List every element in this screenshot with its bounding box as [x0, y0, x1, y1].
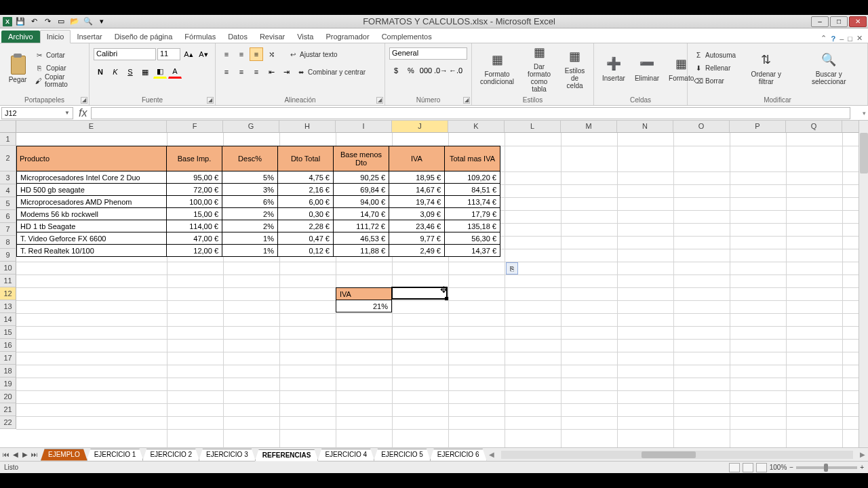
table-cell[interactable]: 111,72 €: [334, 220, 389, 232]
format-as-table-button[interactable]: ▦Dar formato como tabla: [519, 40, 559, 96]
first-sheet-icon[interactable]: ⏮: [1, 451, 11, 458]
row-header-1[interactable]: 1: [0, 133, 16, 146]
align-left-icon[interactable]: ≡: [220, 65, 233, 79]
table-cell[interactable]: 46,53 €: [334, 232, 389, 245]
table-cell[interactable]: 2,16 €: [278, 184, 334, 196]
table-cell[interactable]: 14,70 €: [334, 208, 389, 220]
sheet-tab[interactable]: EJERCICIO 6: [430, 449, 487, 461]
table-header[interactable]: Base menos Dto: [334, 146, 389, 171]
minimize-button[interactable]: –: [811, 16, 829, 27]
row-header-15[interactable]: 15: [0, 326, 16, 339]
table-row[interactable]: Microprocesadores AMD Phenom100,00 €6%6,…: [17, 196, 500, 208]
new-icon[interactable]: ▭: [56, 16, 66, 27]
shrink-font-icon[interactable]: A▾: [197, 47, 210, 61]
formula-input[interactable]: [91, 107, 850, 119]
table-cell[interactable]: 0,47 €: [278, 232, 334, 245]
row-header-19[interactable]: 19: [0, 378, 16, 390]
horizontal-scrollbar[interactable]: [501, 451, 854, 459]
col-header-P[interactable]: P: [730, 121, 786, 132]
products-table[interactable]: ProductoBase Imp.Desc%Dto TotalBase meno…: [16, 146, 500, 257]
align-top-icon[interactable]: ≡: [220, 47, 233, 61]
tab-complementos[interactable]: Complementos: [376, 30, 438, 43]
workbook-minimize-icon[interactable]: –: [840, 35, 844, 43]
table-cell[interactable]: 14,37 €: [445, 245, 500, 257]
table-cell[interactable]: 94,00 €: [334, 196, 389, 208]
sheet-tab[interactable]: EJERCICIO 2: [142, 449, 199, 461]
col-header-L[interactable]: L: [505, 121, 561, 132]
wrap-text-button[interactable]: ↩Ajustar texto: [286, 48, 340, 60]
page-layout-view-icon[interactable]: [743, 463, 753, 472]
tab-datos[interactable]: Datos: [222, 30, 254, 43]
table-header[interactable]: IVA: [389, 146, 445, 171]
paste-options-icon[interactable]: ⎘: [506, 262, 518, 274]
row-header-11[interactable]: 11: [0, 274, 16, 287]
table-cell[interactable]: 3,09 €: [389, 208, 445, 220]
row-header-6[interactable]: 6: [0, 210, 16, 223]
table-cell[interactable]: 100,00 €: [167, 196, 222, 208]
sheet-tab[interactable]: EJERCICIO 1: [87, 449, 144, 461]
italic-button[interactable]: K: [108, 65, 122, 79]
table-cell[interactable]: 2%: [222, 208, 278, 220]
next-sheet-icon[interactable]: ▶: [20, 451, 30, 458]
table-cell[interactable]: 1%: [222, 245, 278, 257]
spreadsheet-grid[interactable]: EFGHIJKLMNOPQ 12345678910111213141516171…: [0, 121, 868, 447]
table-header[interactable]: Desc%: [222, 146, 278, 171]
row-header-18[interactable]: 18: [0, 365, 16, 378]
insert-cells-button[interactable]: ➕Insertar: [598, 52, 629, 85]
table-cell[interactable]: 11,88 €: [334, 245, 389, 257]
fill-button[interactable]: ⬇Rellenar: [692, 62, 738, 74]
font-dialog-icon[interactable]: ◢: [207, 97, 214, 104]
sheet-tab[interactable]: EJERCICIO 3: [199, 449, 256, 461]
align-right-icon[interactable]: ≡: [250, 65, 263, 79]
cut-button[interactable]: ✂Cortar: [33, 49, 85, 61]
table-row[interactable]: HD 1 tb Seagate114,00 €2%2,28 €111,72 €2…: [17, 220, 500, 232]
sheet-tab[interactable]: REFERENCIAS: [255, 449, 319, 462]
expand-formula-bar-icon[interactable]: ▾: [860, 110, 868, 117]
table-cell[interactable]: 95,00 €: [167, 171, 222, 184]
table-header[interactable]: Producto: [17, 146, 167, 171]
scrollbar-thumb[interactable]: [860, 133, 868, 174]
col-header-I[interactable]: I: [336, 121, 392, 132]
workbook-close-icon[interactable]: ✕: [856, 34, 863, 43]
table-cell[interactable]: Microprocesadores Intel Core 2 Duo: [17, 171, 167, 184]
row-header-9[interactable]: 9: [0, 249, 16, 262]
table-cell[interactable]: 114,00 €: [167, 220, 222, 232]
conditional-format-button[interactable]: ▦Formato condicional: [476, 47, 518, 88]
table-row[interactable]: T. Red Realtek 10/10012,00 €1%0,12 €11,8…: [17, 245, 500, 257]
row-header-21[interactable]: 21: [0, 403, 16, 416]
borders-button[interactable]: ▦: [138, 65, 152, 79]
column-headers[interactable]: EFGHIJKLMNOPQ: [16, 121, 859, 133]
table-row[interactable]: Modems 56 kb rockwell15,00 €2%0,30 €14,7…: [17, 208, 500, 220]
page-break-view-icon[interactable]: [756, 463, 767, 472]
row-header-5[interactable]: 5: [0, 197, 16, 210]
font-size-select[interactable]: 11: [157, 48, 180, 60]
col-header-G[interactable]: G: [223, 121, 279, 132]
normal-view-icon[interactable]: [729, 463, 740, 472]
help-icon[interactable]: ?: [831, 35, 835, 43]
decrease-decimal-icon[interactable]: ←.0: [449, 64, 462, 77]
col-header-N[interactable]: N: [617, 121, 673, 132]
active-cell[interactable]: [391, 287, 448, 300]
row-header-17[interactable]: 17: [0, 352, 16, 365]
sheet-tab[interactable]: EJEMPLO: [41, 449, 87, 461]
table-cell[interactable]: 14,67 €: [389, 184, 445, 196]
table-cell[interactable]: 0,12 €: [278, 245, 334, 257]
table-cell[interactable]: 18,95 €: [389, 171, 445, 184]
row-header-10[interactable]: 10: [0, 262, 16, 274]
number-format-select[interactable]: General: [389, 47, 467, 60]
underline-button[interactable]: S: [123, 65, 137, 79]
table-cell[interactable]: 6%: [222, 196, 278, 208]
table-cell[interactable]: 109,20 €: [445, 171, 500, 184]
zoom-slider[interactable]: [796, 466, 857, 469]
table-cell[interactable]: 23,46 €: [389, 220, 445, 232]
zoom-in-icon[interactable]: +: [860, 464, 864, 471]
align-center-icon[interactable]: ≡: [235, 65, 248, 79]
iva-label-cell[interactable]: IVA: [336, 288, 392, 300]
sheet-scroll-left-icon[interactable]: ◀: [486, 451, 497, 458]
table-cell[interactable]: 90,25 €: [334, 171, 389, 184]
tab-formulas[interactable]: Fórmulas: [178, 30, 222, 43]
comma-format-icon[interactable]: 000: [419, 64, 433, 77]
table-cell[interactable]: 15,00 €: [167, 208, 222, 220]
table-cell[interactable]: 1%: [222, 232, 278, 245]
clipboard-dialog-icon[interactable]: ◢: [81, 97, 87, 104]
